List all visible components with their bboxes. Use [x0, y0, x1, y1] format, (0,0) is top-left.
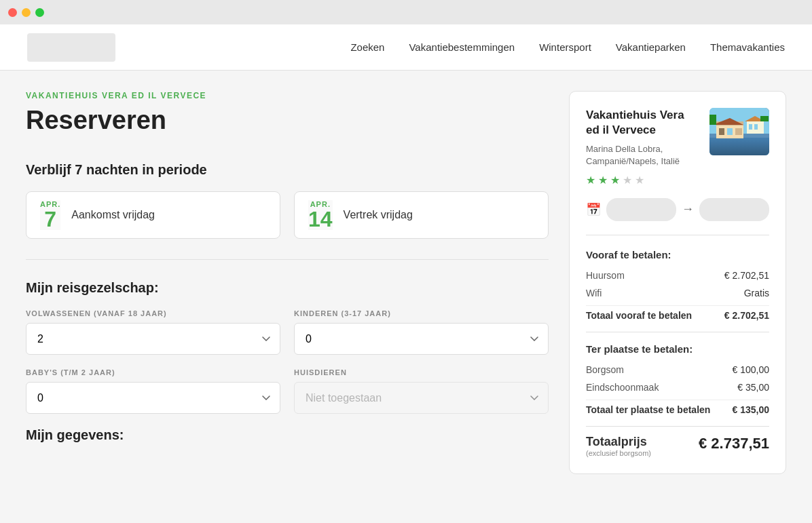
- nav-themavakanties[interactable]: Themavakanties: [710, 41, 785, 53]
- departure-day: 14: [308, 208, 333, 230]
- page-content: VAKANTIEHUIS VERA ED IL VERVECE Reserver…: [12, 91, 800, 474]
- vooraf-total-row: Totaal vooraf te betalen € 2.702,51: [586, 305, 769, 321]
- svg-rect-4: [719, 128, 724, 135]
- stay-section-title: Verblijf 7 nachten in periode: [26, 162, 549, 178]
- eindschoonmaak-row: Eindschoonmaak € 35,00: [586, 382, 769, 393]
- arrival-day: 7: [40, 208, 60, 230]
- babies-field: BABY'S (T/M 2 JAAR) 0 1 2: [26, 368, 280, 414]
- svg-rect-11: [754, 124, 758, 130]
- nav-vakantiebestemmingen[interactable]: Vakantiebestemmingen: [409, 41, 515, 53]
- divider-1: [26, 259, 549, 260]
- children-field: KINDEREN (3-17 JAAR) 0 1 2 3 4: [294, 309, 549, 355]
- eindschoonmaak-label: Eindschoonmaak: [586, 382, 659, 393]
- svg-rect-5: [727, 128, 733, 135]
- adults-select[interactable]: 2 1 3 4 5 6: [26, 323, 280, 355]
- vooraf-title: Vooraf te betalen:: [586, 249, 769, 260]
- borgsom-label: Borgsom: [586, 364, 624, 375]
- arrival-date-box: APR. 7 Aankomst vrijdag: [26, 191, 280, 239]
- borgsom-amount: € 100,00: [733, 364, 770, 375]
- totaal-row: Totaalprijs (exclusief borgsom) € 2.737,…: [586, 426, 769, 457]
- totaal-label: Totaalprijs: [586, 435, 651, 449]
- date-end-pill[interactable]: [699, 198, 769, 221]
- children-label: KINDEREN (3-17 JAAR): [294, 309, 549, 317]
- property-image: [709, 108, 769, 155]
- date-row: APR. 7 Aankomst vrijdag APR. 14 Vertrek …: [26, 191, 549, 239]
- huursom-row: Huursom € 2.702,51: [586, 270, 769, 281]
- wifi-label: Wifi: [586, 288, 602, 298]
- sidebar-prop-location: Marina Della Lobra, Campanië/Napels, Ita…: [586, 143, 699, 168]
- nav-zoeken[interactable]: Zoeken: [350, 41, 384, 53]
- minimize-button[interactable]: [22, 8, 31, 17]
- sidebar-prop-name: Vakantiehuis Vera ed il Vervece: [586, 108, 699, 138]
- sidebar-prop-info: Vakantiehuis Vera ed il Vervece Marina D…: [586, 108, 699, 185]
- departure-date-box: APR. 14 Vertrek vrijdag: [294, 191, 549, 239]
- ter-plaatse-title: Ter plaatse te betalen:: [586, 343, 769, 355]
- departure-label: Vertrek vrijdag: [344, 209, 413, 221]
- svg-rect-13: [709, 115, 716, 125]
- svg-rect-10: [749, 124, 752, 130]
- adults-label: VOLWASSENEN (VANAF 18 JAAR): [26, 309, 280, 317]
- price-divider: [586, 332, 769, 332]
- logo[interactable]: [27, 33, 115, 62]
- wifi-row: Wifi Gratis: [586, 288, 769, 298]
- svg-rect-6: [735, 128, 742, 135]
- huursom-amount: € 2.702,51: [724, 270, 769, 281]
- main-column: VAKANTIEHUIS VERA ED IL VERVECE Reserver…: [26, 91, 549, 474]
- personal-section-title: Mijn gegevens:: [26, 427, 549, 443]
- ter-plaatse-total-label: Totaal ter plaatse te betalen: [586, 404, 710, 415]
- sidebar-stars: ★ ★ ★ ★ ★: [586, 174, 699, 185]
- vooraf-total-amount: € 2.702,51: [724, 310, 769, 321]
- nav-vakantieparken[interactable]: Vakantieparken: [616, 41, 686, 53]
- pets-label: HUISDIEREN: [294, 368, 549, 376]
- vooraf-total-label: Totaal vooraf te betalen: [586, 310, 692, 321]
- arrival-label: Aankomst vrijdag: [71, 209, 155, 221]
- pets-field: HUISDIEREN Niet toegestaan: [294, 368, 549, 414]
- maximize-button[interactable]: [35, 8, 44, 17]
- ter-plaatse-total-amount: € 135,00: [733, 404, 770, 415]
- sidebar-property: Vakantiehuis Vera ed il Vervece Marina D…: [586, 108, 769, 185]
- page-title: Reserveren: [26, 106, 549, 135]
- navigation: Zoeken Vakantiebestemmingen Wintersport …: [0, 24, 812, 71]
- sidebar-dates: 📅 →: [586, 198, 769, 235]
- calendar-icon: 📅: [586, 202, 601, 217]
- totaal-label-group: Totaalprijs (exclusief borgsom): [586, 435, 651, 457]
- sidebar-card: Vakantiehuis Vera ed il Vervece Marina D…: [569, 91, 786, 474]
- adults-children-row: VOLWASSENEN (VANAF 18 JAAR) 2 1 3 4 5 6 …: [26, 309, 549, 355]
- nav-links: Zoeken Vakantiebestemmingen Wintersport …: [350, 41, 785, 54]
- babies-pets-row: BABY'S (T/M 2 JAAR) 0 1 2 HUISDIEREN Nie…: [26, 368, 549, 414]
- huursom-label: Huursom: [586, 270, 625, 281]
- wifi-amount: Gratis: [744, 288, 769, 298]
- nav-wintersport[interactable]: Wintersport: [539, 41, 591, 53]
- eindschoonmaak-amount: € 35,00: [737, 382, 769, 393]
- ter-plaatse-total-row: Totaal ter plaatse te betalen € 135,00: [586, 400, 769, 415]
- star-4: ★: [623, 174, 633, 185]
- adults-field: VOLWASSENEN (VANAF 18 JAAR) 2 1 3 4 5 6: [26, 309, 280, 355]
- titlebar: [0, 0, 812, 24]
- close-button[interactable]: [8, 8, 17, 17]
- totaal-sublabel: (exclusief borgsom): [586, 449, 651, 457]
- arrow-icon: →: [682, 202, 694, 216]
- star-2: ★: [598, 174, 609, 185]
- date-start-pill[interactable]: [606, 198, 676, 221]
- children-select[interactable]: 0 1 2 3 4: [294, 323, 549, 355]
- star-3: ★: [610, 174, 621, 185]
- borgsom-row: Borgsom € 100,00: [586, 364, 769, 375]
- companions-section-title: Mijn reisgezelschap:: [26, 280, 549, 296]
- babies-select[interactable]: 0 1 2: [26, 382, 280, 414]
- totaal-amount: € 2.737,51: [699, 435, 769, 452]
- property-label: VAKANTIEHUIS VERA ED IL VERVECE: [26, 91, 549, 100]
- svg-rect-14: [760, 116, 769, 121]
- sidebar: Vakantiehuis Vera ed il Vervece Marina D…: [569, 91, 786, 474]
- babies-label: BABY'S (T/M 2 JAAR): [26, 368, 280, 376]
- departure-badge: APR. 14: [308, 200, 333, 230]
- pets-select[interactable]: Niet toegestaan: [294, 382, 549, 414]
- star-1: ★: [586, 174, 597, 185]
- star-5: ★: [635, 174, 646, 185]
- arrival-badge: APR. 7: [40, 200, 60, 230]
